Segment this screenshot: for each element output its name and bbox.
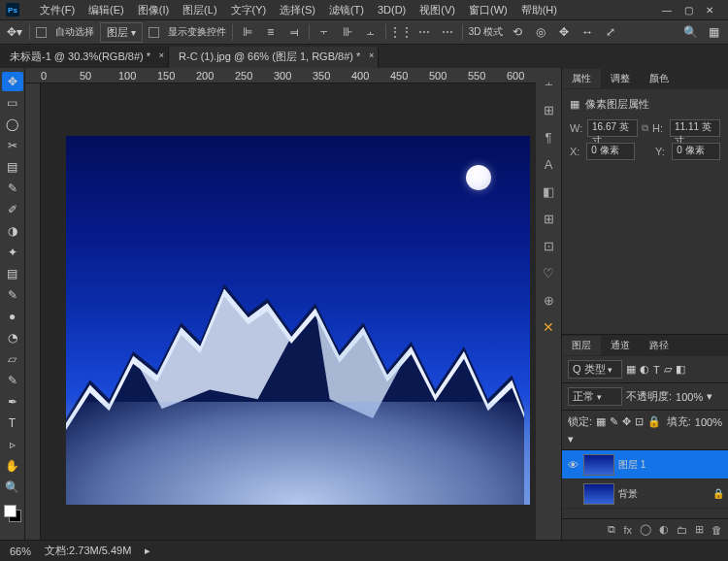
rstrip-icon-8[interactable]: ⊕ bbox=[540, 291, 557, 309]
fx-icon[interactable]: fx bbox=[623, 524, 632, 536]
tab-adjustments[interactable]: 调整 bbox=[601, 69, 640, 88]
tool-12[interactable]: ◔ bbox=[2, 328, 23, 347]
link-wh-icon[interactable]: ⧉ bbox=[642, 122, 648, 134]
canvas[interactable] bbox=[66, 136, 530, 505]
3d-pan-icon[interactable]: ✥ bbox=[555, 23, 573, 41]
tool-0[interactable]: ✥ bbox=[2, 72, 23, 91]
tool-2[interactable]: ◯ bbox=[2, 115, 23, 134]
new-group-icon[interactable]: 🗀 bbox=[677, 524, 687, 536]
tab-paths[interactable]: 路径 bbox=[640, 336, 678, 355]
tool-1[interactable]: ▭ bbox=[2, 93, 23, 113]
tool-14[interactable]: ✎ bbox=[2, 371, 23, 390]
doc-info-more[interactable]: ▸ bbox=[145, 544, 150, 557]
tab-channels[interactable]: 通道 bbox=[601, 336, 640, 355]
document-tab-0[interactable]: 未标题-1 @ 30.3%(RGB/8#) *× bbox=[0, 47, 169, 68]
show-transform-checkbox[interactable] bbox=[149, 27, 159, 38]
layer-visibility-icon[interactable]: 👁 bbox=[566, 459, 579, 471]
3d-scale-icon[interactable]: ⤢ bbox=[602, 23, 619, 41]
align-right-icon[interactable]: ⫤ bbox=[285, 23, 303, 41]
zoom-level[interactable]: 66% bbox=[10, 545, 31, 557]
align-bot-icon[interactable]: ⫠ bbox=[362, 23, 380, 41]
tab-close-icon[interactable]: × bbox=[369, 50, 374, 60]
tool-16[interactable]: T bbox=[2, 413, 23, 433]
layer-name[interactable]: 背景 bbox=[618, 487, 638, 501]
align-left-icon[interactable]: ⊫ bbox=[239, 23, 256, 41]
tab-properties[interactable]: 属性 bbox=[562, 69, 601, 88]
lock-all-icon[interactable]: 🔒 bbox=[647, 415, 661, 428]
tool-9[interactable]: ▤ bbox=[2, 264, 23, 283]
rstrip-icon-4[interactable]: ◧ bbox=[540, 182, 557, 200]
tool-15[interactable]: ✒ bbox=[2, 392, 23, 412]
lock-paint-icon[interactable]: ✎ bbox=[610, 415, 618, 428]
menu-9[interactable]: 窗口(W) bbox=[462, 0, 514, 20]
rstrip-close-icon[interactable]: ✕ bbox=[540, 318, 557, 336]
fill-value[interactable]: 100% bbox=[695, 416, 722, 428]
target-dropdown[interactable]: 图层 ▾ bbox=[100, 22, 143, 43]
menu-1[interactable]: 编辑(E) bbox=[82, 0, 131, 20]
menu-4[interactable]: 文字(Y) bbox=[224, 0, 274, 20]
menu-8[interactable]: 视图(V) bbox=[413, 0, 462, 20]
filter-shape-icon[interactable]: ▱ bbox=[664, 363, 672, 376]
align-mid-icon[interactable]: ⊪ bbox=[339, 23, 356, 41]
rstrip-icon-2[interactable]: ¶ bbox=[540, 128, 557, 146]
rstrip-icon-7[interactable]: ♡ bbox=[540, 264, 557, 281]
document-tab-1[interactable]: R-C (1).jpg @ 66% (图层 1, RGB/8#) *× bbox=[169, 47, 379, 68]
search-icon[interactable]: 🔍 bbox=[681, 23, 699, 41]
tab-color[interactable]: 颜色 bbox=[640, 69, 678, 88]
tab-layers[interactable]: 图层 bbox=[562, 336, 601, 355]
menu-7[interactable]: 3D(D) bbox=[371, 1, 413, 18]
menu-5[interactable]: 选择(S) bbox=[273, 0, 322, 20]
menu-0[interactable]: 文件(F) bbox=[33, 0, 82, 20]
rstrip-icon-5[interactable]: ⊞ bbox=[540, 210, 557, 227]
close-button[interactable]: ✕ bbox=[705, 5, 714, 15]
menu-3[interactable]: 图层(L) bbox=[176, 0, 223, 20]
tool-13[interactable]: ▱ bbox=[2, 349, 23, 369]
lock-pos-icon[interactable]: ✥ bbox=[622, 415, 631, 428]
lock-nest-icon[interactable]: ⊡ bbox=[635, 415, 644, 428]
lock-trans-icon[interactable]: ▦ bbox=[596, 415, 606, 428]
rstrip-icon-1[interactable]: ⊞ bbox=[540, 101, 557, 118]
tool-17[interactable]: ▹ bbox=[2, 435, 23, 454]
menu-6[interactable]: 滤镜(T) bbox=[322, 0, 371, 20]
align-center-icon[interactable]: ≡ bbox=[262, 23, 280, 41]
new-fill-icon[interactable]: ◐ bbox=[659, 523, 669, 536]
filter-smart-icon[interactable]: ◧ bbox=[676, 363, 685, 376]
tool-11[interactable]: ● bbox=[2, 307, 23, 326]
new-layer-icon[interactable]: ⊞ bbox=[695, 523, 704, 536]
filter-adjust-icon[interactable]: ◐ bbox=[640, 363, 649, 376]
dist-v-icon[interactable]: ⋯ bbox=[415, 23, 433, 41]
tool-3[interactable]: ✂ bbox=[2, 136, 23, 155]
width-input[interactable]: 16.67 英寸 bbox=[587, 119, 638, 137]
filter-type-icon[interactable]: T bbox=[653, 364, 660, 376]
auto-select-checkbox[interactable] bbox=[36, 27, 47, 38]
color-swatch[interactable] bbox=[4, 505, 21, 522]
menu-10[interactable]: 帮助(H) bbox=[514, 0, 564, 20]
link-layers-icon[interactable]: ⧉ bbox=[608, 523, 615, 536]
more-align-icon[interactable]: ⋯ bbox=[439, 23, 456, 41]
tool-10[interactable]: ✎ bbox=[2, 285, 23, 305]
opacity-value[interactable]: 100% bbox=[676, 391, 703, 403]
tool-8[interactable]: ✦ bbox=[2, 243, 23, 262]
workspace-icon[interactable]: ▦ bbox=[705, 23, 722, 41]
tool-5[interactable]: ✎ bbox=[2, 179, 23, 198]
3d-orbit-icon[interactable]: ⟲ bbox=[509, 23, 526, 41]
minimize-button[interactable]: — bbox=[662, 5, 672, 15]
dist-h-icon[interactable]: ⋮⋮ bbox=[392, 23, 410, 41]
tool-4[interactable]: ▤ bbox=[2, 157, 23, 177]
rstrip-icon-0[interactable]: ⫠ bbox=[540, 74, 557, 91]
x-input[interactable]: 0 像素 bbox=[586, 143, 635, 160]
delete-layer-icon[interactable]: 🗑 bbox=[711, 524, 722, 536]
3d-slide-icon[interactable]: ↔ bbox=[579, 23, 596, 41]
menu-2[interactable]: 图像(I) bbox=[131, 0, 176, 20]
y-input[interactable]: 0 像素 bbox=[672, 143, 720, 160]
mask-icon[interactable]: ◯ bbox=[640, 523, 651, 536]
tab-close-icon[interactable]: × bbox=[159, 50, 164, 60]
align-top-icon[interactable]: ⫟ bbox=[315, 23, 333, 41]
filter-pixel-icon[interactable]: ▦ bbox=[626, 363, 636, 376]
rstrip-icon-6[interactable]: ⊡ bbox=[540, 237, 557, 254]
layer-row-1[interactable]: 背景🔒 bbox=[562, 479, 728, 509]
height-input[interactable]: 11.11 英寸 bbox=[670, 119, 720, 137]
tool-7[interactable]: ◑ bbox=[2, 221, 23, 241]
tool-18[interactable]: ✋ bbox=[2, 456, 23, 476]
maximize-button[interactable]: ▢ bbox=[683, 5, 693, 15]
